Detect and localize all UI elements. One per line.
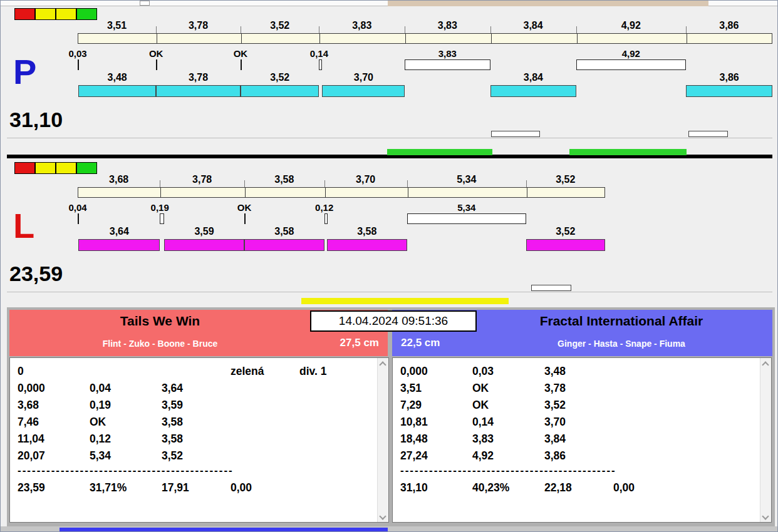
list-cell: zelená: [231, 365, 299, 378]
summary-row: 31,1040,23%22,180,00: [400, 479, 757, 496]
gap-tick: [241, 59, 242, 70]
split-time-label: 3,83: [334, 20, 390, 31]
list-cell: 3,83: [472, 432, 544, 446]
list-row: 20,075,343,52: [18, 448, 375, 464]
right-scrollbar[interactable]: [760, 358, 771, 522]
list-cell: 0,12: [90, 432, 162, 446]
lap-bar: [490, 85, 576, 97]
lap-bar: [322, 85, 405, 97]
bottom-progress-bar: [60, 528, 388, 532]
list-cell: 0,14: [472, 416, 544, 429]
lap-time-label: 3,48: [89, 72, 145, 83]
gap-label: 0,12: [296, 202, 353, 213]
split-bar-divider: [241, 34, 242, 43]
lap-bar: [164, 239, 244, 251]
list-cell: 5,34: [90, 449, 162, 463]
list-cell: 0,000: [400, 365, 472, 378]
right-team-crew: Ginger - Hasta - Snape - Fiuma: [474, 339, 769, 349]
split-time-label: 3,84: [505, 20, 561, 31]
list-cell: 3,59: [162, 399, 231, 412]
split-time-label: 3,51: [89, 20, 145, 31]
gap-tick: [156, 59, 157, 70]
lap-bar: [244, 239, 324, 251]
scroll-down-button[interactable]: [760, 511, 770, 522]
list-row: 18,483,833,84: [400, 431, 757, 448]
split-bar-divider: [687, 34, 687, 43]
gap-label: OK: [216, 202, 272, 213]
scroll-up-button[interactable]: [760, 358, 770, 369]
list-separator: ----------------------------------------…: [18, 464, 375, 479]
lap-time-label: 3,52: [537, 226, 594, 237]
lap-time-label: 3,58: [339, 226, 395, 237]
list-cell: 20,07: [18, 449, 90, 463]
status-light: [76, 8, 97, 20]
lap-bar: [241, 85, 319, 97]
split-bar-divider: [245, 188, 246, 197]
split-time-label: 3,78: [174, 174, 231, 185]
list-cell: 3,52: [162, 449, 231, 463]
split-time-label: 3,78: [170, 20, 227, 31]
list-row: 27,244,923,86: [400, 448, 757, 464]
desktop-top-strip: [1, 1, 778, 6]
split-bar-divider: [160, 188, 161, 197]
lap-time-label: 3,86: [701, 72, 757, 83]
list-cell: 3,48: [544, 365, 613, 378]
lap-time-label: 3,58: [256, 226, 313, 237]
list-cell: 0,000: [18, 382, 90, 395]
list-row: 3,51OK3,78: [400, 380, 757, 397]
split-time-label: 3,58: [256, 174, 313, 185]
left-team-measure: 27,5 cm: [340, 337, 379, 349]
chevron-up-icon: [762, 361, 769, 368]
list-row: 11,040,123,58: [18, 431, 375, 448]
split-time-label: 3,68: [91, 174, 147, 185]
split-bar-divider: [405, 34, 406, 43]
left-list-body: 0zelenádiv. 10,0000,043,643,680,193,597,…: [18, 363, 375, 519]
lap-time-label: 3,52: [252, 72, 308, 83]
gap-label: OK: [212, 48, 269, 59]
summary-row: 23,5931,71%17,910,00: [18, 479, 375, 496]
scroll-up-button[interactable]: [378, 358, 388, 369]
list-cell: 3,70: [544, 416, 613, 429]
list-cell: 3,52: [544, 399, 613, 412]
split-bar-divider: [319, 34, 320, 43]
list-cell: 0,19: [90, 399, 162, 412]
lap-bar: [156, 85, 241, 97]
list-cell: 3,68: [18, 399, 90, 412]
gap-label: 0,19: [132, 202, 188, 213]
list-row: 10,810,143,70: [400, 414, 757, 431]
background-tab: [140, 1, 150, 6]
split-time-label: 3,83: [419, 20, 475, 31]
split-bar: [78, 187, 605, 198]
list-row: 7,46OK3,58: [18, 414, 375, 431]
left-results-list[interactable]: 0zelenádiv. 10,0000,043,643,680,193,597,…: [9, 357, 389, 523]
lap-bar: [686, 85, 772, 97]
list-cell: 3,64: [162, 382, 231, 395]
gap-tick: [78, 59, 79, 70]
list-cell: 0,04: [90, 382, 162, 395]
split-time-label: 4,92: [603, 20, 659, 31]
list-cell: OK: [472, 399, 544, 412]
lap-bar: [78, 85, 156, 97]
gap-tick: [78, 213, 79, 224]
left-scrollbar[interactable]: [377, 358, 388, 522]
status-light: [56, 8, 76, 20]
status-light: [14, 162, 35, 174]
lap-bar: [327, 239, 407, 251]
accent-bar: [387, 149, 492, 155]
marker-rect: [491, 131, 540, 137]
lap-time-label: 3,84: [505, 72, 561, 83]
list-row: 0,0000,033,48: [400, 363, 757, 380]
list-cell: 23,59: [18, 481, 90, 494]
right-results-list[interactable]: 0,0000,033,483,51OK3,787,29OK3,5210,810,…: [392, 357, 772, 523]
list-cell: 22,18: [544, 481, 613, 494]
list-cell: 11,04: [18, 432, 90, 446]
split-time-label: 3,52: [537, 174, 594, 185]
split-bar-divider: [325, 188, 326, 197]
lap-time-label: 3,59: [176, 226, 232, 237]
status-light: [35, 162, 56, 174]
list-cell: 0,03: [472, 365, 544, 378]
lap-bar: [526, 239, 605, 251]
accent-bar: [301, 298, 509, 304]
scroll-down-button[interactable]: [378, 511, 388, 522]
lap-time-label: 3,78: [170, 72, 227, 83]
